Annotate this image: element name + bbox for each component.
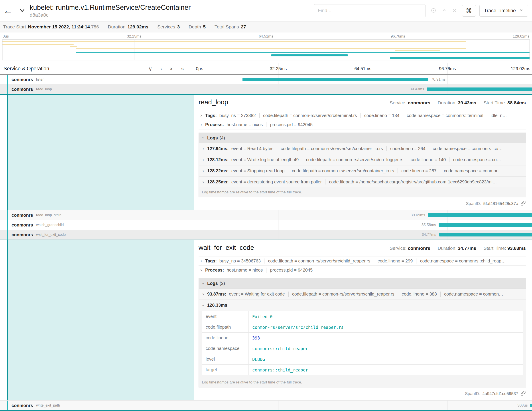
span-duration-label: 34.77ms [422, 233, 436, 237]
tags-label: Tags: [205, 258, 217, 264]
span-name-cell[interactable]: conmonrs write_exit_path [0, 401, 194, 410]
minimap-span-bar [271, 54, 348, 56]
log-entry-row[interactable]: › 128.22ms: event = Stopping read loop c… [199, 165, 526, 176]
logs-header[interactable]: › Logs (2) [199, 278, 526, 288]
span-duration-label: 39.69ms [411, 213, 425, 217]
copy-span-link-button[interactable] [521, 391, 526, 397]
span-bar-cell[interactable]: 35.58ms [194, 220, 532, 230]
log-entry-row[interactable]: › 128.12ms: event = Wrote log line of le… [199, 154, 526, 165]
log-field: event = Stopping read loop [231, 168, 285, 173]
axis-tick: 32.25ms [270, 66, 287, 71]
span-detail-read-loop: read_loop Service: conmonrs Duration: 39… [0, 95, 532, 210]
chevron-right-icon: › [200, 157, 206, 163]
chevron-down-icon: › [200, 281, 206, 286]
kv-row: code.namespace conmonrs::child_reaper [202, 343, 523, 354]
detail-left-gutter [0, 240, 194, 400]
logs-header[interactable]: › Logs (4) [199, 133, 526, 143]
span-color-bar [7, 220, 8, 230]
log-field: event = Read 4 bytes [231, 146, 274, 151]
span-bar-cell[interactable]: 34.77ms [194, 230, 532, 240]
span-bar[interactable] [439, 233, 532, 236]
trace-view-selector[interactable]: Trace Timeline [479, 5, 528, 17]
trace-duration: Duration 129.02ms [108, 24, 148, 29]
find-input[interactable] [314, 4, 426, 17]
copy-span-link-button[interactable] [521, 201, 526, 206]
span-name-cell[interactable]: conmonrs read_loop_stdin [0, 210, 194, 220]
log-field: code.filepath = /home/sascha/.cargo/regi… [325, 179, 497, 185]
tag-field: code.filepath = conmon-rs/server/src/ter… [259, 113, 357, 118]
span-id-label: SpanID: [465, 391, 480, 396]
tags-accordion[interactable]: › Tags: busy_ns = 34506763 code.filepath… [199, 256, 526, 265]
services-label: Services [157, 24, 175, 29]
log-field: code.lineno = 388 [398, 292, 437, 297]
span-name-cell[interactable]: conmonrs read_loop [0, 84, 194, 94]
chevron-right-icon: › [199, 122, 204, 128]
log-entry-row[interactable]: › 128.25ms: event = deregistering event … [199, 176, 526, 187]
minimap-span-bar [76, 52, 530, 53]
prev-match-button[interactable] [441, 8, 447, 14]
span-bar-cell[interactable]: 39.69ms [194, 210, 532, 220]
double-chevron-down-icon: » [169, 67, 174, 70]
tag-field: busy_ns = 273882 [219, 113, 256, 118]
kv-value: conmon-rs/server/src/child_reaper.rs [249, 322, 523, 333]
span-bar[interactable] [439, 223, 532, 227]
minimap-tick: 129.02ms [513, 34, 529, 39]
minimap-tick: 0μs [3, 34, 9, 39]
log-field: code.namespace = co… [449, 157, 501, 162]
find-result-controls [431, 8, 457, 14]
timeline-axis: 0μs 32.25ms 64.51ms 96.76ms 129.02ms [194, 63, 532, 74]
log-entry-row-expanded[interactable]: › 128.33ms [199, 300, 526, 311]
log-key-value-table: event Exited 0 code.filepath conmon-rs/s… [202, 311, 523, 375]
back-button[interactable]: ← [0, 0, 16, 21]
minimap-tick: 64.51ms [259, 34, 273, 39]
tags-accordion[interactable]: › Tags: busy_ns = 273882 code.filepath =… [199, 111, 526, 120]
span-service: conmonrs [11, 213, 33, 218]
span-name-cell[interactable]: conmonrs wait_for_exit_code [0, 230, 194, 240]
collapse-one-button[interactable]: ∨ [148, 66, 152, 71]
log-entry-row[interactable]: › 93.87ms: event = Waiting for exit code… [199, 288, 526, 300]
minimap-span-bar [70, 46, 77, 47]
trace-minimap[interactable] [2, 39, 530, 60]
span-name-cell[interactable]: conmonrs listen [0, 75, 194, 84]
span-name-cell[interactable]: conmonrs watch_grandchild [0, 220, 194, 230]
top-bar: ← kubelet: runtime.v1.RuntimeService/Cre… [0, 0, 532, 21]
kv-key: code.namespace [202, 343, 249, 354]
minimap-tick-labels: 0μs 32.25ms 64.51ms 96.76ms 129.02ms [2, 33, 530, 39]
process-accordion[interactable]: › Process: host.name = nixos process.pid… [199, 265, 526, 275]
log-field: code.namespace = conmonrs::co… [429, 146, 503, 151]
detail-start-time: Start Time: 88.84ms [480, 100, 526, 106]
collapse-all-button[interactable]: » [170, 66, 173, 71]
log-field: code.namespace = conmon… [440, 168, 503, 173]
span-bar[interactable] [428, 213, 532, 217]
detail-content: read_loop Service: conmonrs Duration: 39… [194, 95, 532, 210]
services-value: 3 [177, 24, 180, 29]
process-accordion[interactable]: › Process: host.name = nixos process.pid… [199, 120, 526, 129]
span-duration-label: 303μs [517, 403, 528, 408]
close-icon [452, 8, 457, 14]
kv-key: target [202, 365, 249, 375]
log-field: code.filepath = conmon-rs/server/src/cri… [302, 157, 403, 162]
span-bar[interactable] [427, 88, 532, 91]
expand-one-button[interactable]: › [160, 66, 162, 71]
kv-key: event [202, 311, 249, 322]
chevron-right-icon: › [160, 66, 162, 72]
collapse-header-button[interactable] [16, 0, 28, 21]
span-bar-cell[interactable]: 70.91ms [194, 75, 532, 84]
span-id-value: 5faf48165428c37a [484, 201, 518, 206]
keyboard-shortcuts-button[interactable]: ⌘ [462, 5, 476, 17]
focus-match-button[interactable] [431, 8, 436, 14]
clear-find-button[interactable] [452, 8, 457, 14]
trace-summary-bar: Trace Start November 15 2022, 11:24:14.7… [0, 21, 532, 32]
span-bar-cell[interactable]: 303μs [194, 401, 532, 410]
kv-value: 393 [249, 333, 523, 343]
span-service: conmonrs [11, 77, 33, 82]
span-operation: wait_for_exit_code [36, 233, 66, 237]
span-bar-cell[interactable]: 39.43ms [194, 84, 532, 94]
expand-all-button[interactable]: » [181, 66, 184, 71]
span-operation: read_loop [36, 87, 52, 91]
span-bar[interactable] [242, 78, 429, 81]
span-bar[interactable] [530, 404, 532, 407]
log-field: code.filepath = conmon-rs/server/src/con… [277, 146, 383, 151]
log-entry-row[interactable]: › 127.94ms: event = Read 4 bytes code.fi… [199, 143, 526, 154]
span-operation: watch_grandchild [36, 223, 64, 227]
